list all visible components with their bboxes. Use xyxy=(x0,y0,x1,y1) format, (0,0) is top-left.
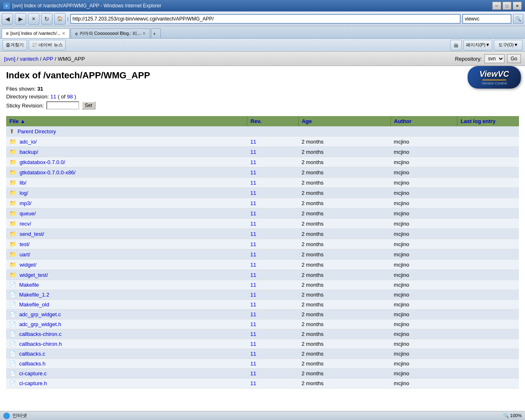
toolbar-bar: 즐겨찾기 📰 네이버 뉴스 🖨️ 페이지(P)▼ 도구(O)▼ xyxy=(0,39,525,52)
file-link[interactable]: mp3/ xyxy=(20,200,32,206)
refresh-button[interactable]: ↻ xyxy=(41,13,52,25)
rev-link[interactable]: 11 xyxy=(250,361,256,367)
tab-close-blog[interactable]: ✕ xyxy=(142,31,146,36)
log-sort-link[interactable]: Last log entry xyxy=(461,118,495,124)
folder-icon: 📁 xyxy=(9,179,16,186)
file-link[interactable]: test/ xyxy=(20,241,30,247)
rev-link[interactable]: 11 xyxy=(250,282,256,288)
file-link[interactable]: adc_grp_widget.c xyxy=(19,311,61,317)
file-link[interactable]: backup/ xyxy=(20,149,39,155)
dir-revision-total-link[interactable]: 98 xyxy=(67,94,73,100)
tab-new[interactable]: + xyxy=(151,28,161,38)
author-cell: mcjino xyxy=(390,349,457,359)
file-name-cell: 📄 callbacks.h xyxy=(6,359,247,369)
search-button[interactable]: 🔍 xyxy=(513,14,523,24)
breadcrumb-app[interactable]: APP xyxy=(43,56,53,62)
tab-svn-index[interactable]: e [svn] Index of /vantech/... ✕ xyxy=(2,28,70,38)
rev-link[interactable]: 11 xyxy=(250,200,256,206)
file-sort-link[interactable]: File ▲ xyxy=(9,118,25,124)
back-button[interactable]: ◀ xyxy=(2,13,13,25)
set-button[interactable]: Set xyxy=(82,101,96,110)
rev-link[interactable]: 11 xyxy=(250,380,256,386)
address-input[interactable] xyxy=(70,14,461,24)
minimize-button[interactable]: ─ xyxy=(492,2,501,10)
file-link[interactable]: adc_io/ xyxy=(20,139,37,145)
rev-link[interactable]: 11 xyxy=(250,169,256,176)
breadcrumb-vantech[interactable]: vantech xyxy=(20,56,39,62)
rev-link[interactable]: 11 xyxy=(250,180,256,186)
file-name-cell: 📄 adc_grp_widget.h xyxy=(6,320,247,329)
file-link[interactable]: ci-capture.h xyxy=(19,380,47,386)
close-button[interactable]: ✕ xyxy=(513,2,522,10)
tab-close-svn[interactable]: ✕ xyxy=(62,31,65,36)
rev-cell: 11 xyxy=(247,249,298,260)
age-cell: 2 months xyxy=(298,137,390,147)
title-bar: e [svn] Index of /vantech/APP/WMG_APP - … xyxy=(0,0,525,11)
rev-link[interactable]: 11 xyxy=(250,311,256,317)
file-link[interactable]: send_test/ xyxy=(20,231,44,237)
age-cell: 2 months xyxy=(298,280,390,290)
age-sort-link[interactable]: Age xyxy=(302,118,312,124)
rev-link[interactable]: 11 xyxy=(250,210,256,217)
file-link[interactable]: widget_test/ xyxy=(20,272,48,278)
rev-cell: 11 xyxy=(247,349,298,359)
rev-link[interactable]: 11 xyxy=(250,262,256,268)
rev-sort-link[interactable]: Rev. xyxy=(251,118,262,124)
rev-link[interactable]: 11 xyxy=(250,341,256,347)
file-link[interactable]: recv/ xyxy=(20,221,31,227)
rev-link[interactable]: 11 xyxy=(250,241,256,247)
file-link[interactable]: log/ xyxy=(20,190,28,196)
rev-link[interactable]: 11 xyxy=(250,272,256,278)
page-btn[interactable]: 페이지(P)▼ xyxy=(463,40,492,50)
file-name-cell: 📁 lib/ xyxy=(6,178,247,188)
maximize-button[interactable]: □ xyxy=(502,2,511,10)
sticky-revision-input[interactable] xyxy=(46,101,79,110)
file-link[interactable]: callbacks.h xyxy=(19,361,46,367)
file-link[interactable]: callbacks-chiron.h xyxy=(19,341,62,347)
author-sort-link[interactable]: Author xyxy=(394,118,412,124)
rev-link[interactable]: 11 xyxy=(250,292,256,298)
title-bar-controls[interactable]: ─ □ ✕ xyxy=(492,2,522,10)
rev-link[interactable]: 11 xyxy=(250,351,256,357)
rev-link[interactable]: 11 xyxy=(250,370,256,377)
rev-link[interactable]: 11 xyxy=(250,301,256,308)
file-link[interactable]: Makefile xyxy=(19,282,39,288)
folder-icon: 📁 xyxy=(9,189,16,196)
file-link[interactable]: gtkdatabox-0.7.0.0-x86/ xyxy=(20,169,76,176)
toolbar-btn-1[interactable]: 즐겨찾기 xyxy=(2,40,27,50)
file-link[interactable]: queue/ xyxy=(20,210,36,217)
file-link[interactable]: widget/ xyxy=(20,262,37,268)
dir-revision-link[interactable]: 11 xyxy=(50,94,56,100)
rev-link[interactable]: 11 xyxy=(250,159,256,165)
rev-link[interactable]: 11 xyxy=(250,331,256,337)
forward-button[interactable]: ▶ xyxy=(15,13,26,25)
search-input[interactable] xyxy=(462,14,511,24)
file-link[interactable]: callbacks-chiron.c xyxy=(19,331,62,337)
file-link[interactable]: gtkdatabox-0.7.0.0/ xyxy=(20,159,65,165)
home-button[interactable]: 🏠 xyxy=(54,13,66,25)
rev-link[interactable]: 11 xyxy=(250,221,256,227)
stop-button[interactable]: ✕ xyxy=(28,13,39,25)
tools-btn[interactable]: 도구(O)▼ xyxy=(494,40,523,50)
rev-link[interactable]: 11 xyxy=(250,321,256,327)
rev-link[interactable]: 11 xyxy=(250,139,256,145)
log-cell xyxy=(457,249,519,260)
breadcrumb-svn[interactable]: [svn] xyxy=(4,56,15,62)
file-link[interactable]: callbacks.c xyxy=(19,351,46,357)
print-btn[interactable]: 🖨️ xyxy=(450,40,462,50)
rev-link[interactable]: 11 xyxy=(250,190,256,196)
rev-link[interactable]: 11 xyxy=(250,251,256,258)
rev-link[interactable]: 11 xyxy=(250,149,256,155)
file-link[interactable]: Makefile_1.2 xyxy=(19,292,50,298)
parent-dir-link[interactable]: Parent Directory xyxy=(18,128,56,135)
file-link[interactable]: ci-capture.c xyxy=(19,370,47,377)
naver-news-btn[interactable]: 📰 네이버 뉴스 xyxy=(29,40,66,50)
file-link[interactable]: adc_grp_widget.h xyxy=(19,321,62,327)
tab-blog[interactable]: e 카마의 Cooooooool Blog.: 리... ✕ xyxy=(71,28,150,38)
file-link[interactable]: uart/ xyxy=(20,251,30,258)
rev-link[interactable]: 11 xyxy=(250,231,256,237)
repository-select[interactable]: svn xyxy=(484,54,504,63)
file-link[interactable]: Makefile_old xyxy=(19,301,49,308)
file-link[interactable]: lib/ xyxy=(20,180,27,186)
repo-go-button[interactable]: Go xyxy=(507,54,521,63)
